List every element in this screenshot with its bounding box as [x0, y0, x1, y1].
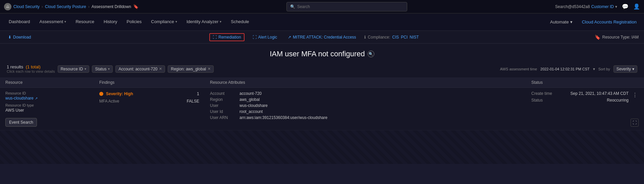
attr-user-id: User Id root_account [210, 109, 527, 114]
top-bar-right: Search@d53442a8 Customer ID ▾ 💬 👤 [555, 3, 640, 10]
th-resource: Resource [5, 80, 99, 85]
compliance-cis-link[interactable]: CIS [392, 35, 399, 40]
main-nav: Dashboard Assessment ▾ Resource History … [0, 13, 644, 31]
th-attributes: Resource Attributes [210, 80, 531, 85]
nav-item-policies[interactable]: Policies [122, 13, 147, 30]
aws-time-chevron[interactable]: ▾ [593, 67, 595, 71]
th-status: Status [531, 80, 639, 85]
findings-cell: Severity: High 1 MFA Active FALSE [99, 91, 210, 127]
resource-id-type-field: Resource ID type AWS User [5, 103, 95, 113]
filters-left: 1 results (1 total) Click each row to vi… [7, 64, 214, 73]
page-title-area: IAM user MFA not configured 🔍 [0, 44, 644, 62]
results-count: 1 results (1 total) [7, 64, 55, 69]
toolbar-left: ⬇ Download [5, 34, 34, 41]
status-cell: Create time Sep 21, 2021, 10:47:43 AM CD… [531, 91, 639, 127]
mitre-attack-button[interactable]: ↗ MITRE ATTACK: Credential Access [285, 34, 359, 41]
chevron-identity: ▾ [220, 20, 221, 23]
create-time-value: Sep 21, 2021, 10:47:43 AM CDT [571, 91, 629, 96]
attr-user-arn: User ARN arn:aws:iam:391215360384:user/w… [210, 115, 527, 120]
customer-chevron[interactable]: ▾ [615, 4, 617, 9]
customer-id-label[interactable]: Customer ID [591, 4, 614, 9]
attributes-cell: Account account-720 Region aws_global Us… [210, 91, 531, 127]
nav-item-resource[interactable]: Resource [71, 13, 99, 30]
filters-row: 1 results (1 total) Click each row to vi… [0, 62, 644, 77]
nav-item-history[interactable]: History [99, 13, 122, 30]
table-header: Resource Findings Resource Attributes St… [0, 77, 644, 88]
mfa-finding-row: MFA Active FALSE [99, 99, 206, 104]
chevron-compliance: ▾ [175, 20, 177, 23]
th-findings: Findings [99, 80, 210, 85]
aws-time-value: 2022-01-04 12:02:31 PM CST [540, 67, 590, 71]
attr-region: Region aws_global [210, 97, 527, 102]
filter-chip-resource-id[interactable]: Resource ID ▾ [58, 65, 90, 73]
nav-item-schedule[interactable]: Schedule [226, 13, 254, 30]
top-bar: Cloud Security › Cloud Security Posture … [0, 0, 644, 13]
chevron-status: ▾ [108, 67, 110, 71]
results-info: 1 results (1 total) Click each row to vi… [7, 64, 55, 73]
messages-icon[interactable]: 💬 [622, 3, 629, 10]
sort-chip[interactable]: Severity ▾ [613, 65, 637, 73]
resource-id-field: Resource ID wus-cloudshare ↗ [5, 91, 95, 101]
search-input[interactable] [297, 4, 404, 9]
kebab-menu-button[interactable]: ⋮ [631, 91, 639, 99]
download-icon: ⬇ [8, 35, 11, 40]
nav-item-dashboard[interactable]: Dashboard [4, 13, 35, 30]
resource-cell: Resource ID wus-cloudshare ↗ Resource ID… [5, 91, 99, 127]
status-row: Status Reoccurring [531, 98, 639, 103]
remediation-button[interactable]: ⛶ Remediation [209, 33, 244, 41]
info-icon: ℹ [364, 35, 366, 40]
nav-item-assessment[interactable]: Assessment ▾ [35, 13, 71, 30]
user-email: Search@d53442a8 [555, 4, 590, 9]
compliance-nist-link[interactable]: NIST [410, 35, 419, 40]
main-nav-right: Automate ▾ Cloud Accounts Registration [547, 13, 640, 30]
breadcrumb-cloud-security[interactable]: Cloud Security [13, 4, 40, 9]
search-bar[interactable]: 🔍 [286, 2, 407, 11]
download-button[interactable]: ⬇ Download [5, 34, 34, 41]
breadcrumb-sep-1: › [42, 4, 43, 9]
status-value: Reoccurring [607, 98, 629, 103]
close-account-filter[interactable]: ✕ [159, 67, 162, 71]
breadcrumb-sep-2: › [88, 4, 90, 9]
attr-user: User wus-cloudshare [210, 103, 527, 108]
severity-label: Severity: High [106, 91, 133, 96]
nav-item-identity-analyzer[interactable]: Identity Analyzer ▾ [182, 13, 226, 30]
mitre-external-icon: ↗ [288, 35, 291, 40]
user-info: Search@d53442a8 Customer ID ▾ [555, 4, 617, 9]
nav-item-compliance[interactable]: Compliance ▾ [146, 13, 182, 30]
mfa-active-value: FALSE [187, 99, 206, 104]
breadcrumb-cloud-security-posture[interactable]: Cloud Security Posture [45, 4, 86, 9]
filter-chip-account[interactable]: Account: account-720 ✕ [115, 65, 165, 73]
bookmark-icon[interactable]: 🔖 [133, 4, 139, 9]
compliance-pci-link[interactable]: PCI [401, 35, 408, 40]
table-container: Resource Findings Resource Attributes St… [0, 77, 644, 130]
severity-finding-row: Severity: High 1 [99, 91, 206, 96]
chevron-automate: ▾ [570, 19, 573, 24]
bookmark-resource-icon: 🔖 [595, 35, 600, 40]
event-search-button[interactable]: Event Search [5, 118, 37, 127]
filter-chip-status[interactable]: Status ▾ [92, 65, 113, 73]
alert-logic-button[interactable]: ⛶ Alert Logic [250, 34, 280, 41]
filter-chip-region[interactable]: Region: aws_global ✕ [168, 65, 214, 73]
resource-id-link[interactable]: wus-cloudshare ↗ [5, 96, 95, 101]
nav-item-cloud-accounts[interactable]: Cloud Accounts Registration [579, 19, 640, 24]
nav-item-automate[interactable]: Automate ▾ [547, 19, 576, 24]
chevron-resource-id: ▾ [85, 67, 86, 71]
filters-right: AWS assessment time 2022-01-04 12:02:31 … [500, 65, 637, 73]
toolbar-center: ⛶ Remediation ⛶ Alert Logic ↗ MITRE ATTA… [40, 33, 588, 41]
brand-icon [4, 3, 11, 10]
external-link-icon: ↗ [35, 97, 38, 100]
table-row[interactable]: Resource ID wus-cloudshare ↗ Resource ID… [0, 88, 644, 130]
page-title: IAM user MFA not configured 🔍 [270, 50, 374, 58]
expand-row-button[interactable]: ⛶ [631, 119, 639, 127]
user-avatar-icon[interactable]: 👤 [633, 3, 640, 10]
toolbar: ⬇ Download ⛶ Remediation ⛶ Alert Logic ↗… [0, 31, 644, 44]
finding-count: 1 [197, 91, 206, 96]
main-nav-left: Dashboard Assessment ▾ Resource History … [4, 13, 254, 30]
breadcrumb-area: Cloud Security › Cloud Security Posture … [4, 3, 139, 10]
close-region-filter[interactable]: ✕ [208, 67, 211, 71]
title-search-icon[interactable]: 🔍 [368, 51, 374, 57]
sort-chevron: ▾ [632, 67, 634, 71]
remediation-expand-icon: ⛶ [213, 35, 217, 40]
chevron-assessment: ▾ [64, 20, 66, 23]
compliance-section: ℹ Compliance: CIS PCI NIST [364, 35, 419, 40]
